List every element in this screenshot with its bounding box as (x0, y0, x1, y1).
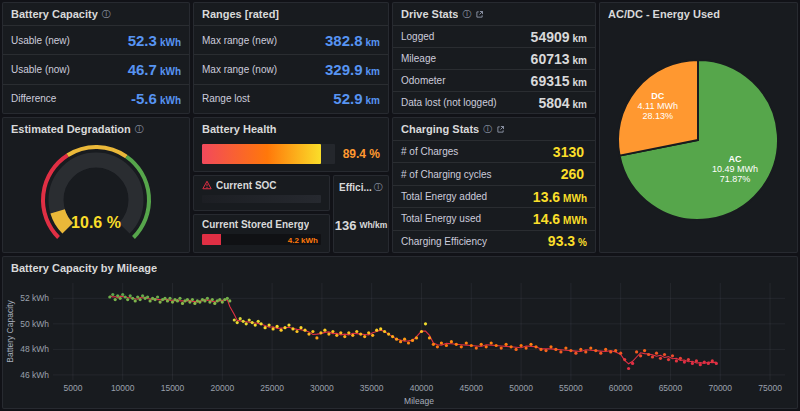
stat-row-charging-cycles: # of Charging cycles 260 (393, 162, 595, 184)
current-soc-bar (202, 195, 321, 203)
stat-value: 382.8km (325, 32, 380, 49)
svg-text:25000: 25000 (260, 383, 284, 393)
info-icon[interactable]: ⓘ (483, 125, 492, 134)
stat-value: 93.3% (548, 233, 587, 249)
panel-title[interactable]: Current Stored Energy (202, 219, 309, 230)
stat-row-logged: Logged 54909km (393, 25, 595, 47)
panel-title[interactable]: AC/DC - Energy Used (608, 8, 720, 20)
stored-energy-bar: 4.2 kWh (202, 234, 321, 245)
svg-text:48 kWh: 48 kWh (20, 344, 49, 354)
stat-value: 14.6MWh (533, 211, 587, 227)
stored-energy-value: 4.2 kWh (288, 235, 318, 244)
svg-text:55000: 55000 (559, 383, 583, 393)
panel-title[interactable]: Current SOC (216, 180, 277, 191)
svg-text:50000: 50000 (509, 383, 533, 393)
stat-label: Total Energy used (401, 213, 481, 224)
stat-value: 5804km (538, 95, 587, 111)
panel-estimated-degradation: Estimated Degradation ⓘ 10.6 % (2, 117, 190, 253)
panel-header: Charging Stats ⓘ (393, 118, 595, 140)
grafana-dashboard: Battery Capacity ⓘ Usable (new) 52.3kWh … (0, 0, 800, 411)
stat-value: 52.9km (333, 90, 380, 107)
external-link-icon[interactable] (496, 125, 505, 134)
svg-text:60000: 60000 (609, 383, 633, 393)
battery-health-fill (202, 144, 321, 164)
stat-row-energy-used: Total Energy used 14.6MWh (393, 207, 595, 229)
stat-row-data-lost: Data lost (not logged) 5804km (393, 91, 595, 113)
panel-header: Current Stored Energy (194, 215, 329, 233)
acdc-pie-chart[interactable]: AC10.49 MWh71.87%DC4.11 MWh28.13% (600, 25, 797, 252)
warning-triangle-icon[interactable] (202, 180, 212, 190)
panel-title[interactable]: Effici... (339, 182, 372, 193)
panel-current-soc: Current SOC (193, 175, 330, 211)
stat-row-odometer: Odometer 69315km (393, 69, 595, 91)
stat-label: Usable (new) (11, 35, 70, 46)
svg-text:75000: 75000 (758, 383, 782, 393)
info-icon[interactable]: ⓘ (462, 10, 471, 19)
stat-value: 54909km (531, 29, 587, 45)
panel-title[interactable]: Ranges [rated] (202, 8, 279, 20)
panel-header: Battery Health (194, 118, 388, 140)
panel-title[interactable]: Battery Capacity by Mileage (11, 262, 157, 274)
panel-drive-stats: Drive Stats ⓘ Logged 54909km Mileage 607… (392, 2, 596, 114)
svg-text:70000: 70000 (708, 383, 732, 393)
stat-label: # of Charging cycles (401, 169, 492, 180)
stat-rows: Usable (new) 52.3kWh Usable (now) 46.7kW… (3, 25, 189, 113)
panel-title[interactable]: Charging Stats (401, 123, 479, 135)
battery-health-value: 89.4 % (343, 147, 380, 161)
stat-row-charging-efficiency: Charging Efficiency 93.3% (393, 230, 595, 252)
panel-header: Effici... ⓘ (334, 176, 388, 198)
panel-current-stored-energy: Current Stored Energy 4.2 kWh (193, 214, 330, 253)
svg-text:20000: 20000 (210, 383, 234, 393)
external-link-icon[interactable] (475, 10, 484, 19)
stat-row-difference: Difference -5.6kWh (3, 84, 189, 113)
panel-battery-capacity: Battery Capacity ⓘ Usable (new) 52.3kWh … (2, 2, 190, 114)
panel-header: AC/DC - Energy Used (600, 3, 797, 25)
info-icon[interactable]: ⓘ (135, 125, 144, 134)
stat-value: 46.7kWh (128, 61, 181, 78)
info-icon[interactable]: ⓘ (102, 10, 111, 19)
panel-header: Drive Stats ⓘ (393, 3, 595, 25)
stat-label: Max range (new) (202, 35, 277, 46)
panel-ranges: Ranges [rated] Max range (new) 382.8km M… (193, 2, 389, 114)
stat-row-mileage: Mileage 60713km (393, 47, 595, 69)
svg-text:Battery Capacity: Battery Capacity (5, 300, 15, 363)
stat-value: 69315km (531, 73, 587, 89)
panel-title[interactable]: Battery Capacity (11, 8, 98, 20)
battery-health-bar: 89.4 % (194, 140, 388, 172)
svg-text:45000: 45000 (459, 383, 483, 393)
stat-label: Mileage (401, 53, 436, 64)
stat-value: 52.3kWh (128, 32, 181, 49)
stat-row-num-charges: # of Charges 3130 (393, 140, 595, 162)
panel-efficiency: Effici... ⓘ 136Wh/km (333, 175, 389, 253)
stat-label: # of Charges (401, 146, 458, 157)
info-icon[interactable]: ⓘ (374, 183, 383, 192)
stat-rows: # of Charges 3130 # of Charging cycles 2… (393, 140, 595, 252)
stat-label: Usable (now) (11, 64, 70, 75)
svg-text:Mileage: Mileage (404, 396, 434, 406)
stat-row-energy-added: Total Energy added 13.6MWh (393, 185, 595, 207)
stat-label: Odometer (401, 75, 445, 86)
stat-row-range-lost: Range lost 52.9km (194, 84, 388, 113)
stat-value: 60713km (531, 51, 587, 67)
panel-capacity-by-mileage: Battery Capacity by Mileage 500010000150… (2, 256, 798, 409)
stat-rows: Max range (new) 382.8km Max range (now) … (194, 25, 388, 113)
svg-text:30000: 30000 (310, 383, 334, 393)
svg-text:46 kWh: 46 kWh (20, 370, 49, 380)
svg-text:50 kWh: 50 kWh (20, 319, 49, 329)
panel-header: Battery Capacity by Mileage (3, 257, 797, 279)
stat-row-usable-now: Usable (now) 46.7kWh (3, 54, 189, 83)
stat-row-max-range-new: Max range (new) 382.8km (194, 25, 388, 54)
svg-text:5000: 5000 (63, 383, 82, 393)
panel-title[interactable]: Drive Stats (401, 8, 458, 20)
svg-text:15000: 15000 (161, 383, 185, 393)
panel-title[interactable]: Estimated Degradation (11, 123, 131, 135)
panel-battery-health: Battery Health 89.4 % (193, 117, 389, 172)
stat-rows: Logged 54909km Mileage 60713km Odometer … (393, 25, 595, 113)
stat-value: 3130 (553, 144, 587, 160)
panel-title[interactable]: Battery Health (202, 123, 277, 135)
capacity-mileage-chart[interactable]: 5000100001500020000250003000035000400004… (3, 279, 797, 409)
stat-label: Total Energy added (401, 191, 487, 202)
stat-label: Data lost (not logged) (401, 97, 497, 108)
panel-acdc-energy: AC/DC - Energy Used AC10.49 MWh71.87%DC4… (599, 2, 798, 253)
svg-text:40000: 40000 (410, 383, 434, 393)
